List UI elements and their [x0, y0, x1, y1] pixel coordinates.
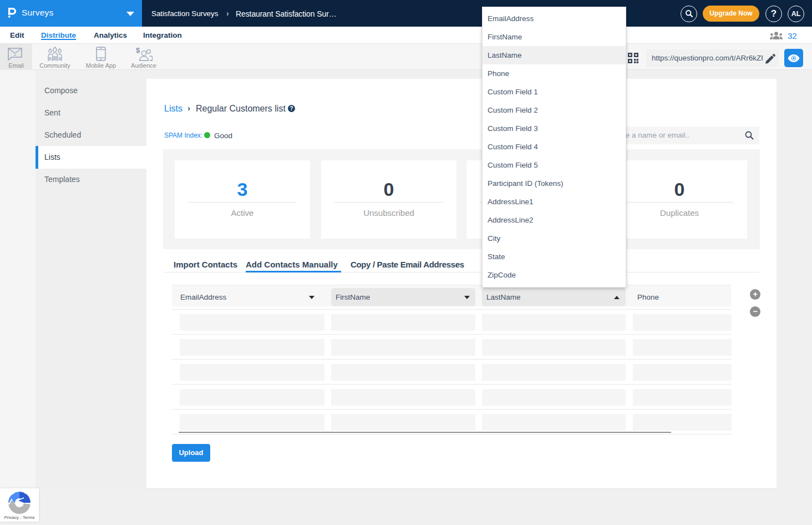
svg-text:$: $: [136, 46, 140, 54]
